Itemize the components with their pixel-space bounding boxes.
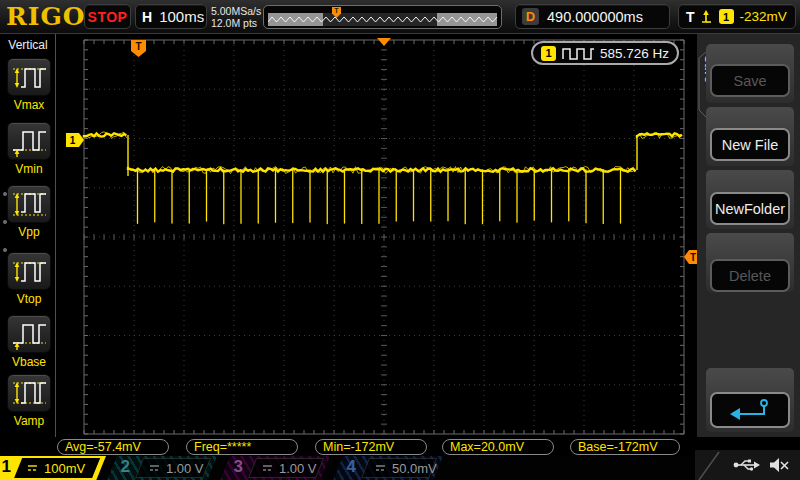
delay-center-indicator-icon: [377, 38, 391, 46]
horizontal-label: H: [142, 9, 152, 25]
top-status-bar: RIGOL STOP H 100ms 5.00MSa/s 12.0M pts T…: [0, 0, 800, 34]
channel-3-status[interactable]: 3 1.00 V: [220, 456, 330, 480]
measurement-freq: Freq=*****: [186, 439, 298, 455]
sidebar-item-vmin[interactable]: Vmin: [7, 122, 51, 176]
trigger-status-box: T 1 -232mV: [678, 4, 796, 29]
sidebar-item-label: Vpp: [7, 225, 51, 239]
system-status-icons: [695, 450, 800, 480]
sidebar-item-label: Vmin: [7, 162, 51, 176]
status-separator: [695, 450, 721, 480]
channel-scale: 50.0mV: [392, 461, 437, 476]
vamp-icon: [9, 376, 49, 410]
memory-waveform-preview[interactable]: T: [263, 5, 502, 29]
trigger-delay-box: D 490.000000ms: [515, 4, 670, 29]
channel-number: 3: [234, 457, 243, 477]
timebase-value: 100ms: [159, 8, 204, 25]
sample-rate: 5.00MSa/s: [211, 5, 261, 17]
measurement-results-bar: Avg=-57.4mV Freq=***** Min=-172mV Max=20…: [0, 437, 800, 456]
trigger-level-value: -232mV: [740, 9, 787, 24]
sidebar-item-vamp[interactable]: Vamp: [7, 374, 51, 428]
svg-text:T: T: [690, 252, 696, 263]
channel-scale: 1.00 V: [279, 461, 317, 476]
sidebar-title: Vertical: [0, 38, 56, 52]
vtop-icon: [9, 254, 49, 288]
channel-2-status[interactable]: 2 1.00 V: [107, 456, 217, 480]
usb-icon: [732, 457, 760, 473]
channel-number: 1: [2, 457, 11, 477]
channel-number: 4: [347, 457, 356, 477]
horizontal-timebase-box: H 100ms: [135, 4, 207, 29]
run-state-label: STOP: [88, 9, 128, 25]
memory-depth: 12.0M pts: [211, 17, 261, 29]
sidebar-item-vmax[interactable]: Vmax: [7, 58, 51, 112]
measurement-base: Base=-172mV: [570, 439, 680, 455]
menu-scroll-dot: [3, 220, 7, 224]
rising-edge-icon: [701, 9, 713, 25]
delay-value: 490.000000ms: [547, 9, 643, 25]
measure-sidebar: Vertical Vmax Vmin Vpp: [0, 34, 56, 456]
softkey-menu: Save Save New File NewFolder Delete: [697, 34, 800, 450]
dc-coupling-icon: [261, 463, 274, 474]
dc-coupling-icon: [374, 463, 387, 474]
sidebar-item-vbase[interactable]: Vbase: [7, 315, 51, 369]
sidebar-item-vtop[interactable]: Vtop: [7, 252, 51, 306]
channel-scale: 1.00 V: [166, 461, 204, 476]
channel-status-bar: 1 100mV 2 1.00 V 3: [0, 456, 800, 480]
waveform-display: T 1 T: [57, 34, 697, 440]
measurement-min: Min=-172mV: [315, 439, 427, 455]
dc-coupling-icon: [148, 463, 161, 474]
acquisition-info: 5.00MSa/s 12.0M pts: [211, 5, 261, 29]
channel-number: 2: [121, 457, 130, 477]
vmin-icon: [9, 124, 49, 158]
svg-text:1: 1: [70, 135, 76, 146]
sidebar-item-label: Vtop: [7, 292, 51, 306]
new-folder-button[interactable]: NewFolder: [710, 192, 790, 225]
trigger-position-flag[interactable]: T: [131, 40, 146, 57]
trigger-source-chip: 1: [719, 9, 734, 24]
save-button[interactable]: Save: [710, 64, 790, 97]
speaker-muted-icon[interactable]: [768, 456, 790, 474]
graticule-grid: [84, 40, 684, 434]
channel-1-status[interactable]: 1 100mV: [0, 456, 106, 480]
channel1-reference-marker[interactable]: 1: [66, 133, 84, 147]
preview-zigzag-waveform: [268, 13, 499, 26]
sidebar-item-label: Vbase: [7, 355, 51, 369]
delete-button[interactable]: Delete: [710, 259, 790, 292]
trigger-label: T: [686, 9, 695, 25]
sidebar-item-label: Vmax: [7, 98, 51, 112]
svg-text:T: T: [135, 41, 141, 52]
sidebar-item-vpp[interactable]: Vpp: [7, 185, 51, 239]
new-file-button[interactable]: New File: [710, 128, 790, 161]
measurement-max: Max=20.0mV: [442, 439, 554, 455]
menu-scroll-dot: [3, 248, 7, 252]
channel-scale: 100mV: [44, 461, 85, 476]
square-wave-icon: [562, 47, 594, 60]
vbase-icon: [9, 317, 49, 351]
trigger-level-marker[interactable]: T: [684, 250, 697, 264]
freq-counter-value: 585.726 Hz: [600, 46, 669, 61]
frequency-counter-readout: 1 585.726 Hz: [531, 41, 679, 65]
dc-coupling-icon: [26, 463, 39, 474]
menu-scroll-dot: [3, 192, 7, 196]
vmax-icon: [9, 60, 49, 94]
measurement-avg: Avg=-57.4mV: [57, 439, 169, 455]
vpp-icon: [9, 187, 49, 221]
channel-4-status[interactable]: 4 50.0mV: [333, 456, 443, 480]
return-arrow-icon: [727, 397, 773, 423]
freq-counter-channel-chip: 1: [541, 46, 556, 61]
sidebar-item-label: Vamp: [7, 414, 51, 428]
delay-label: D: [522, 8, 539, 25]
back-button[interactable]: [710, 392, 790, 428]
run-state-indicator: STOP: [84, 4, 131, 29]
